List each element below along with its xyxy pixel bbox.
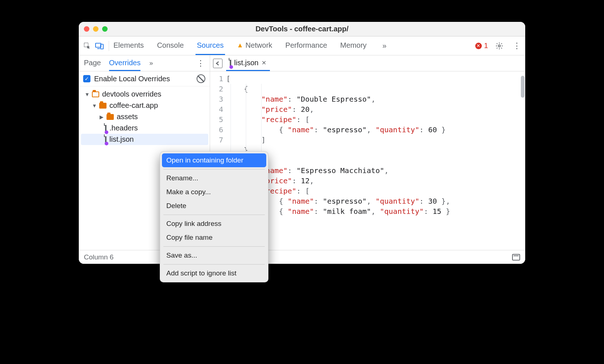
- close-tab-icon[interactable]: ✕: [262, 59, 266, 66]
- context-menu-item[interactable]: Open in containing folder: [162, 153, 266, 167]
- context-menu-item[interactable]: Delete: [162, 199, 266, 213]
- traffic-lights: [84, 26, 108, 32]
- caret-down-icon: ▼: [85, 91, 89, 97]
- device-toggle-icon[interactable]: [93, 40, 106, 52]
- folder-icon: [107, 114, 114, 120]
- file-icon: [105, 124, 107, 132]
- file-tree: ▼ devtools overrides ▼ coffee-cart.app ▶…: [79, 86, 210, 147]
- window-titlebar: DevTools - coffee-cart.app/: [79, 22, 525, 36]
- more-subtabs-icon[interactable]: »: [149, 59, 153, 67]
- close-window-button[interactable]: [84, 26, 89, 32]
- folder-icon: [99, 103, 107, 109]
- tree-folder-root[interactable]: ▼ devtools overrides: [81, 89, 208, 100]
- context-menu-item[interactable]: Copy file name: [162, 231, 266, 244]
- navigator-menu-icon[interactable]: ⋮: [197, 59, 205, 68]
- tree-folder-site[interactable]: ▼ coffee-cart.app: [81, 100, 208, 111]
- tab-elements[interactable]: Elements: [112, 36, 145, 55]
- tree-folder-assets[interactable]: ▶ assets: [81, 111, 208, 122]
- subtab-page[interactable]: Page: [84, 55, 101, 71]
- more-tabs-icon[interactable]: »: [378, 40, 391, 52]
- toggle-navigator-icon[interactable]: [213, 59, 222, 68]
- editor-tabbar: list.json ✕: [210, 55, 525, 71]
- file-tab-label: list.json: [234, 59, 259, 67]
- panel-tabs: Elements Console Sources ▲ Network Perfo…: [112, 36, 391, 55]
- tree-label: .headers: [109, 124, 138, 132]
- settings-icon[interactable]: [493, 40, 506, 52]
- context-menu-separator: [163, 169, 265, 169]
- minimize-window-button[interactable]: [93, 26, 98, 32]
- file-icon: [230, 59, 231, 67]
- context-menu-item[interactable]: Add script to ignore list: [162, 266, 266, 280]
- sources-secondary-bar: Page Overrides » ⋮ list.json ✕: [79, 55, 525, 71]
- file-icon: [105, 135, 107, 144]
- cursor-column: Column 6: [84, 253, 113, 261]
- context-menu-separator: [163, 264, 265, 265]
- tab-memory[interactable]: Memory: [339, 36, 368, 55]
- file-tab-listjson[interactable]: list.json ✕: [226, 55, 270, 71]
- zoom-window-button[interactable]: [102, 26, 108, 32]
- toggle-drawer-icon[interactable]: [512, 254, 520, 261]
- tab-network[interactable]: ▲ Network: [235, 36, 274, 55]
- context-menu-separator: [163, 215, 265, 215]
- devtools-window: DevTools - coffee-cart.app/ Elements Con…: [79, 22, 525, 264]
- tree-label: devtools overrides: [102, 90, 161, 98]
- error-icon: ✕: [475, 43, 482, 49]
- folder-icon: [92, 91, 99, 97]
- window-title: DevTools - coffee-cart.app/: [79, 25, 525, 33]
- inspect-icon[interactable]: [81, 40, 93, 52]
- navigator-tabs: Page Overrides » ⋮: [79, 55, 210, 71]
- tree-label: assets: [117, 113, 138, 121]
- kebab-menu-icon[interactable]: ⋮: [511, 40, 523, 52]
- tab-network-label: Network: [245, 41, 272, 50]
- caret-right-icon: ▶: [99, 114, 104, 120]
- enable-overrides-checkbox[interactable]: ✓: [83, 75, 90, 82]
- subtab-overrides[interactable]: Overrides: [109, 55, 141, 71]
- svg-rect-1: [96, 43, 101, 47]
- tab-sources[interactable]: Sources: [195, 36, 225, 55]
- tree-file-headers[interactable]: .headers: [81, 122, 208, 134]
- main-toolbar: Elements Console Sources ▲ Network Perfo…: [79, 36, 525, 55]
- tab-console[interactable]: Console: [155, 36, 185, 55]
- context-menu[interactable]: Open in containing folderRename...Make a…: [160, 151, 268, 282]
- context-menu-item[interactable]: Rename...: [162, 171, 266, 185]
- code-lines[interactable]: [ { "name": "Double Espresso", "price": …: [226, 74, 525, 250]
- scrollbar-thumb[interactable]: [521, 76, 524, 98]
- enable-overrides-label: Enable Local Overrides: [94, 75, 170, 83]
- warning-icon: ▲: [237, 42, 243, 49]
- tree-label: coffee-cart.app: [109, 101, 158, 110]
- enable-overrides-row: ✓ Enable Local Overrides: [79, 71, 210, 86]
- tree-file-listjson[interactable]: list.json: [81, 134, 208, 145]
- toolbar-right: ✕ 1 ⋮: [475, 40, 523, 52]
- separator: [109, 41, 109, 51]
- svg-point-3: [498, 45, 500, 47]
- context-menu-separator: [163, 246, 265, 247]
- clear-overrides-icon[interactable]: [197, 74, 205, 83]
- context-menu-item[interactable]: Save as...: [162, 248, 266, 262]
- error-count-badge[interactable]: ✕ 1: [475, 42, 488, 50]
- context-menu-item[interactable]: Copy link address: [162, 217, 266, 231]
- error-count: 1: [484, 42, 488, 50]
- sources-body: ✓ Enable Local Overrides ▼ devtools over…: [79, 71, 525, 250]
- context-menu-item[interactable]: Make a copy...: [162, 185, 266, 199]
- tree-label: list.json: [109, 135, 134, 144]
- tab-performance[interactable]: Performance: [284, 36, 329, 55]
- status-bar: Column 6: [79, 250, 525, 264]
- caret-down-icon: ▼: [92, 103, 96, 109]
